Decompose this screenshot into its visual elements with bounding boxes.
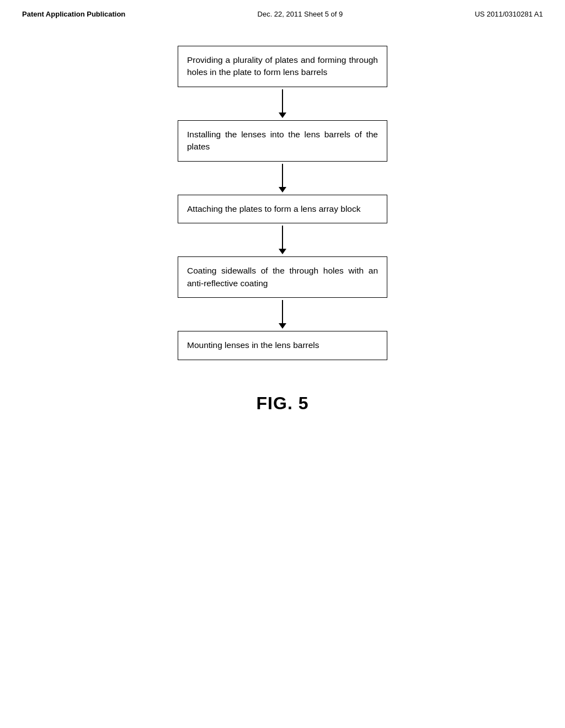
- arrow-head-2: [279, 187, 286, 192]
- arrow-line-4: [282, 300, 283, 323]
- arrow-1: [279, 87, 286, 120]
- arrow-line-3: [282, 226, 283, 249]
- arrow-4: [279, 298, 286, 331]
- arrow-head-1: [279, 113, 286, 118]
- header-right: US 2011/0310281 A1: [475, 10, 543, 18]
- flow-box-5: Mounting lenses in the lens barrels: [178, 331, 387, 360]
- arrow-head-3: [279, 249, 286, 254]
- flow-box-3: Attaching the plates to form a lens arra…: [178, 195, 387, 223]
- flow-box-1: Providing a plurality of plates and form…: [178, 46, 387, 87]
- header-left: Patent Application Publication: [22, 10, 125, 18]
- main-content: Providing a plurality of plates and form…: [0, 24, 565, 414]
- flowchart: Providing a plurality of plates and form…: [167, 46, 398, 360]
- arrow-head-4: [279, 323, 286, 329]
- page-header: Patent Application Publication Dec. 22, …: [0, 0, 565, 24]
- header-center: Dec. 22, 2011 Sheet 5 of 9: [258, 10, 343, 18]
- figure-label: FIG. 5: [257, 393, 309, 414]
- arrow-line-1: [282, 89, 283, 113]
- arrow-2: [279, 162, 286, 195]
- arrow-line-2: [282, 164, 283, 187]
- flow-box-4: Coating sidewalls of the through holes w…: [178, 256, 387, 298]
- arrow-3: [279, 223, 286, 256]
- flow-box-2: Installing the lenses into the lens barr…: [178, 120, 387, 162]
